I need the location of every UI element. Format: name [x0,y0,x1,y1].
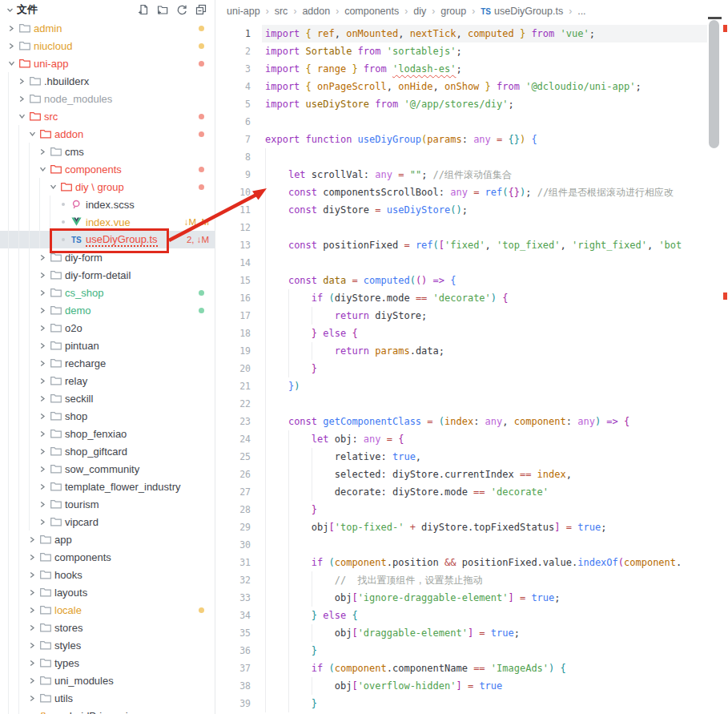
code-line[interactable]: 25 relative: true, [215,448,728,466]
tree-item-cs-shop[interactable]: cs_shop [0,284,215,301]
code-line[interactable]: 24 let obj: any = { [215,430,728,448]
tree-item-components[interactable]: components [0,160,215,178]
tree-item-components[interactable]: components [0,548,215,566]
tree-item-diy-form-detail[interactable]: diy-form-detail [0,266,215,284]
tree-item-recharge[interactable]: recharge [0,354,215,372]
tree-item-o2o[interactable]: o2o [0,319,215,337]
tree-item-locale[interactable]: locale [0,601,215,619]
tree-item-utils[interactable]: utils [0,689,215,707]
tree-item-shop-giftcard[interactable]: shop_giftcard [0,442,215,460]
code-line[interactable]: 1import { ref, onMounted, nextTick, comp… [215,25,728,42]
tree-item-tourism[interactable]: tourism [0,495,215,513]
breadcrumb-item[interactable]: uni-app [227,6,260,17]
breadcrumb-item[interactable]: components [344,6,399,17]
gutter-line-number: 25 [215,448,251,466]
code-line[interactable]: 10 const componentsScrollBool: any = ref… [215,184,728,201]
new-folder-icon[interactable] [156,4,168,16]
tree-item-relay[interactable]: relay [0,372,215,389]
gutter-line-number: 14 [215,254,251,272]
tree-item-shop-fenxiao[interactable]: shop_fenxiao [0,425,215,442]
code-line[interactable]: 31 if (component.position && positionFix… [215,554,728,571]
breadcrumb-item[interactable]: ... [577,6,585,17]
code-line[interactable]: 35 obj['draggable-element'] = true; [215,624,728,642]
indent-guide [29,460,39,478]
code-line[interactable]: 8 [215,148,728,166]
code-line[interactable]: 20 } [215,360,728,377]
breadcrumb-item[interactable]: TSuseDiyGroup.ts [481,6,563,17]
code-line[interactable]: 23 const getComponentClass = (index: any… [215,413,728,430]
tree-item-hooks[interactable]: hooks [0,566,215,583]
code-line[interactable]: 3import { range } from 'lodash-es'; [215,60,728,78]
tree-item-template-flower-industry[interactable]: template_flower_industry [0,478,215,495]
code-text: export function useDiyGroup(params: any … [265,131,537,148]
tree-item-pintuan[interactable]: pintuan [0,337,215,354]
tree-item-niucloud[interactable]: niucloud [0,37,215,54]
chevron-down-icon[interactable] [6,6,14,14]
tree-item-styles[interactable]: styles [0,636,215,654]
breadcrumb-item[interactable]: addon [302,6,330,17]
code-line[interactable]: 16 if (diyStore.mode == 'decorate') { [215,289,728,307]
tree-item-demo[interactable]: demo [0,301,215,319]
code-line[interactable]: 18 } else { [215,325,728,342]
code-line[interactable]: 11 const diyStore = useDiyStore(); [215,201,728,219]
tree-item-vipcard[interactable]: vipcard [0,513,215,530]
breadcrumb-item[interactable]: src [275,6,288,17]
tree-item-usediygroup-ts[interactable]: TSuseDiyGroup.ts2, ↓M [0,231,215,248]
code-line[interactable]: 12 [215,219,728,236]
code-line[interactable]: 5import useDiyStore from '@/app/stores/d… [215,95,728,113]
tree-item-seckill[interactable]: seckill [0,389,215,407]
code-line[interactable]: 17 return diyStore; [215,307,728,325]
tree-item-layouts[interactable]: layouts [0,583,215,601]
code-line[interactable]: 19 return params.data; [215,342,728,360]
tree-item-sow-community[interactable]: sow_community [0,460,215,478]
code-line[interactable]: 30 [215,536,728,554]
code-line[interactable]: 29 obj['top-fixed-' + diyStore.topFixedS… [215,518,728,536]
code-line[interactable]: 38 obj['overflow-hidden'] = true [215,677,728,695]
tree-item-index-vue[interactable]: index.vue↓M, M [0,213,215,231]
code-editor[interactable]: 1import { ref, onMounted, nextTick, comp… [215,22,728,714]
tree-item-addon[interactable]: addon [0,125,215,143]
tree-item-uni-app[interactable]: uni-app [0,54,215,72]
chevron-right-icon [29,589,40,596]
tree-item-uni-modules[interactable]: uni_modules [0,672,215,689]
code-line[interactable]: 36 } [215,642,728,660]
code-line[interactable]: 9 let scrollVal: any = ""; //组件滚动值集合 [215,166,728,184]
code-line[interactable]: 22 [215,395,728,413]
tree-item-label: sow_community [65,463,139,475]
tree-item-types[interactable]: types [0,654,215,672]
tree-item-index-scss[interactable]: index.scss [0,196,215,213]
code-line[interactable]: 28 } [215,501,728,518]
collapse-all-icon[interactable] [195,4,207,16]
code-line[interactable]: 26 selected: diyStore.currentIndex == in… [215,466,728,483]
tree-item-stores[interactable]: stores [0,619,215,636]
code-line[interactable]: 21 }) [215,377,728,395]
code-line[interactable]: 4import { onPageScroll, onHide, onShow }… [215,78,728,95]
breadcrumb-item[interactable]: diy [413,6,426,17]
code-line[interactable]: 14 [215,254,728,272]
code-line[interactable]: 13 const positionFixed = ref(['fixed', '… [215,236,728,254]
code-line[interactable]: 37 if (component.componentName == 'Image… [215,660,728,677]
tree-item-diy-group[interactable]: diy \ group [0,178,215,196]
refresh-icon[interactable] [175,4,187,16]
tree-item-hbuilderx[interactable]: .hbuilderx [0,72,215,90]
code-line[interactable]: 34 } else { [215,607,728,624]
code-line[interactable]: 27 decorate: diyStore.mode == 'decorate' [215,483,728,501]
tree-item-cms[interactable]: cms [0,143,215,160]
tree-item-src[interactable]: src [0,107,215,125]
tree-item-diy-form[interactable]: diy-form [0,248,215,266]
tree-item-admin[interactable]: admin [0,19,215,37]
code-line[interactable]: 6 [215,113,728,131]
code-line[interactable]: 39 } [215,695,728,712]
code-line[interactable]: 7export function useDiyGroup(params: any… [215,131,728,148]
code-line[interactable]: 32 // 找出置顶组件，设置禁止拖动 [215,571,728,589]
editor-scrollbar[interactable] [709,20,719,148]
tree-item-androidprivacy-json[interactable]: {}androidPrivacy.json [0,707,215,714]
tree-item-app[interactable]: app [0,530,215,548]
code-line[interactable]: 2import Sortable from 'sortablejs'; [215,42,728,60]
new-file-icon[interactable] [137,4,149,16]
breadcrumb-item[interactable]: group [440,6,466,17]
tree-item-node-modules[interactable]: node_modules [0,90,215,107]
code-line[interactable]: 15 const data = computed(() => { [215,272,728,289]
code-line[interactable]: 33 obj['ignore-draggable-element'] = tru… [215,589,728,607]
tree-item-shop[interactable]: shop [0,407,215,425]
